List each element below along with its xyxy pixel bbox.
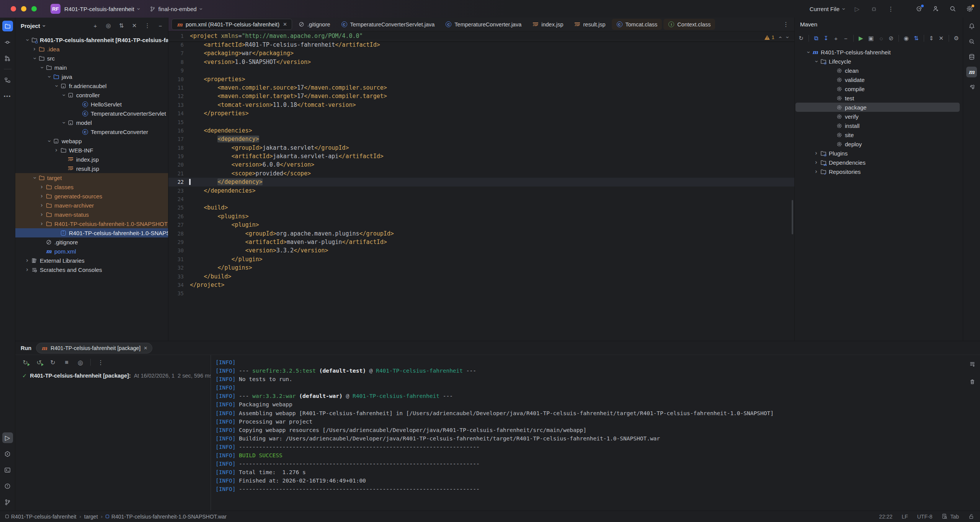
chevron-down-icon[interactable]: › xyxy=(54,82,59,90)
chevron-right-icon[interactable]: › xyxy=(23,267,31,273)
chevron-right-icon[interactable]: › xyxy=(38,203,46,208)
tree-item-repositories[interactable]: ›✓Repositories xyxy=(795,167,960,176)
chevron-right-icon[interactable]: › xyxy=(23,258,31,263)
chevron-down-icon[interactable]: › xyxy=(61,91,67,99)
chevron-down-icon[interactable]: › xyxy=(813,57,819,65)
breadcrumb-target[interactable]: target xyxy=(84,514,98,520)
tree-item-compile[interactable]: ›compile xyxy=(795,84,960,93)
chevron-right-icon[interactable]: › xyxy=(52,147,60,153)
rerun-failed-button[interactable]: ↺ xyxy=(35,358,43,366)
collapse-all-button[interactable]: ✕ xyxy=(131,22,138,29)
tree-item-src[interactable]: ›src xyxy=(15,54,168,63)
run-tab[interactable]: m R401-TP-celsius-fahrenheit [package] ✕ xyxy=(36,343,152,353)
settings-button[interactable]: ⚙ xyxy=(954,34,959,42)
chevron-down-icon[interactable]: › xyxy=(24,36,30,44)
code-line-30[interactable]: 30 <version>3.3.2</version> xyxy=(168,246,794,255)
plugins-tool-button[interactable] xyxy=(966,82,977,93)
tree-item-plugins[interactable]: ›Plugins xyxy=(795,149,960,158)
code-line-22[interactable]: 22 </dependency> xyxy=(168,178,794,186)
soft-wrap-button[interactable] xyxy=(969,360,976,368)
tree-item-r401-tp-celsius-fahrenheit[interactable]: ›mR401-TP-celsius-fahrenheit xyxy=(795,47,960,57)
tree-item-r401-tp-celsuis-fahrenheit-r401-tp-celsi[interactable]: ›R401-TP-celsuis-fahrenheit [R401-TP-cel… xyxy=(15,35,168,44)
rerun-button[interactable]: ↻ xyxy=(21,358,29,366)
tree-item-controller[interactable]: ›controller xyxy=(15,90,168,100)
code-line-29[interactable]: 29 <artifactId>maven-war-plugin</artifac… xyxy=(168,238,794,246)
ai-assistant-icon[interactable] xyxy=(915,5,923,13)
search-everywhere-icon[interactable] xyxy=(949,5,957,13)
code-line-18[interactable]: 18 <groupId>jakarta.servlet</groupId> xyxy=(168,144,794,152)
code-line-14[interactable]: 14 </properties> xyxy=(168,109,794,118)
code-line-16[interactable]: 16 <dependencies> xyxy=(168,126,794,135)
run-result-item[interactable]: ✓ R401-TP-celsius-fahrenheit [package]: … xyxy=(15,370,211,379)
code-line-19[interactable]: 19 <artifactId>jakarta.servlet-api</arti… xyxy=(168,152,794,160)
tool-window-problems-button[interactable] xyxy=(2,481,13,491)
tree-item-main[interactable]: ›main xyxy=(15,63,168,72)
link-pom-button[interactable]: ⧉ xyxy=(813,34,818,42)
chevron-down-icon[interactable]: › xyxy=(61,119,67,126)
clear-button[interactable] xyxy=(969,378,976,386)
code-line-6[interactable]: 6 <artifactId>R401-TP-celsius-fahrenheit… xyxy=(168,41,794,49)
tree-item-helloservlet[interactable]: ›CHelloServlet xyxy=(15,100,168,109)
close-icon[interactable]: ✕ xyxy=(283,21,287,27)
locate-button[interactable]: ◎ xyxy=(105,22,112,29)
code-line-33[interactable]: 33 </build> xyxy=(168,272,794,281)
tree-item-idea[interactable]: ›.idea xyxy=(15,44,168,54)
tab-temperatureconverter-java[interactable]: CTemperatureConverter.java xyxy=(441,19,526,30)
code-line-7[interactable]: 7 <packaging>war</packaging> xyxy=(168,49,794,57)
code-line-13[interactable]: 13 <tomcat-version>11.0.18</tomcat-versi… xyxy=(168,101,794,109)
tree-item-webapp[interactable]: ›webapp xyxy=(15,136,168,146)
tree-item-clean[interactable]: ›clean xyxy=(795,66,960,75)
run-button[interactable]: ▷ xyxy=(853,5,861,13)
code-line-9[interactable]: 9 xyxy=(168,66,794,75)
close-icon[interactable]: ✕ xyxy=(144,345,147,351)
remove-button[interactable]: − xyxy=(843,34,848,42)
tab-pom-xml-r401-tp-celsius-fahrenheit[interactable]: mpom.xml (R401-TP-celsius-fahrenheit) ✕ xyxy=(172,19,292,30)
tree-item-gitignore[interactable]: ›.gitignore xyxy=(15,237,168,247)
tool-window-run-button[interactable]: ▷ xyxy=(2,432,13,443)
tree-item-test[interactable]: ›test xyxy=(795,93,960,103)
more-vertical-button[interactable]: ⋮ xyxy=(97,358,105,366)
tree-item-target[interactable]: ›target xyxy=(15,173,168,182)
tree-item-r401-tp-celsius-fahrenheit-1-0-snapshot-[interactable]: ›⁚R401-TP-celsius-fahrenheit-1.0-SNAPSHO… xyxy=(15,228,168,237)
tree-item-java[interactable]: ›java xyxy=(15,72,168,81)
expand-selection-button[interactable]: ⇅ xyxy=(118,22,125,29)
tree-item-generated-sources[interactable]: ›generated-sources xyxy=(15,191,168,201)
breadcrumb-r401-tp-celsius-fahrenheit-1-0-snapshot-[interactable]: R401-TP-celsius-fahrenheit-1.0-SNAPSHOT.… xyxy=(106,514,227,520)
chevron-right-icon[interactable]: › xyxy=(38,184,46,190)
tree-item-verify[interactable]: ›verify xyxy=(795,112,960,121)
chevron-down-icon[interactable]: › xyxy=(46,73,52,80)
tree-item-package[interactable]: ›package xyxy=(795,103,960,112)
tab-temperatureconverterservlet-java[interactable]: CTemperatureConverterServlet.java xyxy=(336,19,439,30)
tree-item-scratches-and-consoles[interactable]: ›Scratches and Consoles xyxy=(15,265,168,274)
tab-result-jsp[interactable]: JSPresult.jsp xyxy=(570,19,610,30)
code-line-15[interactable]: 15 xyxy=(168,118,794,126)
code-line-12[interactable]: 12 <maven.compiler.target>17</maven.comp… xyxy=(168,92,794,100)
warning-count-badge[interactable]: 1 xyxy=(764,34,774,40)
code-line-1[interactable]: 1 <project xmlns="http://maven.apache.or… xyxy=(168,31,794,41)
editor[interactable]: 1 › › 1 <project xmlns="http://maven.apa… xyxy=(168,31,794,341)
tool-window-more-button[interactable]: ••• xyxy=(2,91,13,101)
chevron-right-icon[interactable]: › xyxy=(812,169,820,175)
branch-menu[interactable]: final-no-embed › xyxy=(149,6,202,12)
more-vertical-button[interactable]: ⋮ xyxy=(144,22,151,29)
tree-item-r401-tp-celsius-fahrenheit-1-0-snapshot[interactable]: ›R401-TP-celsius-fahrenheit-1.0-SNAPSHOT xyxy=(15,219,168,228)
hidden-tabs-menu[interactable]: ⋮ xyxy=(777,21,794,28)
tool-window-version-control-button[interactable] xyxy=(2,497,13,507)
next-problem-button[interactable]: › xyxy=(784,36,790,39)
chevron-right-icon[interactable]: › xyxy=(38,212,46,218)
minimize-window-button[interactable] xyxy=(21,6,26,11)
tree-item-lifecycle[interactable]: ›Lifecycle xyxy=(795,57,960,66)
hide-button[interactable]: − xyxy=(157,22,164,29)
chevron-down-icon[interactable]: › xyxy=(32,174,38,182)
run-green-button[interactable]: ▶ xyxy=(858,34,863,42)
code-with-me-icon[interactable] xyxy=(932,5,940,13)
chevron-down-icon[interactable]: › xyxy=(32,54,38,62)
debug-button[interactable] xyxy=(870,5,878,13)
chevron-right-icon[interactable]: › xyxy=(31,46,38,52)
tree-item-fr-adriencaubel[interactable]: ›fr.adriencaubel xyxy=(15,81,168,90)
code-line-32[interactable]: 32 </plugins> xyxy=(168,263,794,272)
tree-item-temperatureconverterservlet[interactable]: ›CTemperatureConverterServlet xyxy=(15,109,168,118)
code-line-23[interactable]: 23 </dependencies> xyxy=(168,187,794,195)
tree-item-external-libraries[interactable]: ›External Libraries xyxy=(15,256,168,265)
project-tree[interactable]: ›R401-TP-celsuis-fahrenheit [R401-TP-cel… xyxy=(15,34,168,341)
